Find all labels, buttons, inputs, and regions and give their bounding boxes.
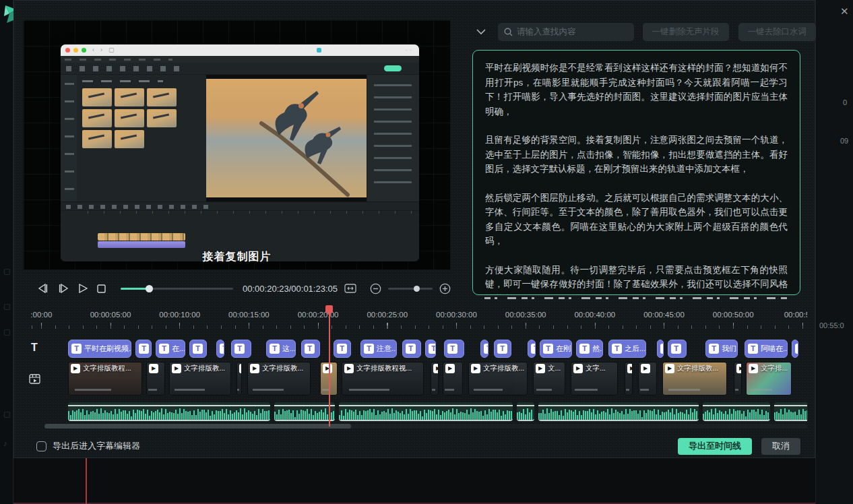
video-clip[interactable]: ▶ 文字排版教... bbox=[468, 362, 528, 396]
video-clip[interactable]: ▶ bbox=[236, 362, 242, 396]
volume-line[interactable] bbox=[774, 405, 807, 406]
audio-clip[interactable] bbox=[703, 402, 770, 421]
video-clip[interactable]: ▶ bbox=[443, 362, 463, 396]
video-clip[interactable]: ▶ bbox=[431, 362, 439, 396]
text-clip-label: 阿喵在... bbox=[761, 344, 788, 354]
play-button[interactable] bbox=[78, 284, 88, 293]
text-clip[interactable]: T 阿喵在... bbox=[745, 340, 788, 358]
audio-clip[interactable] bbox=[774, 402, 807, 421]
text-clip[interactable]: T bbox=[494, 340, 511, 358]
video-clip[interactable]: ▶ 文字排... bbox=[746, 362, 792, 396]
seek-handle[interactable] bbox=[146, 285, 153, 292]
text-clip[interactable]: T bbox=[425, 340, 436, 358]
video-clip[interactable]: ▶ 文字排版教程... bbox=[68, 362, 142, 396]
previous-frame-button[interactable] bbox=[38, 284, 49, 293]
inner-media-panel bbox=[77, 75, 206, 201]
text-clip[interactable]: T bbox=[301, 340, 320, 358]
remove-silence-button[interactable]: 一键删除无声片段 bbox=[643, 23, 729, 41]
inner-export-button bbox=[384, 65, 402, 71]
forward-icon: › bbox=[100, 47, 102, 53]
playhead[interactable] bbox=[325, 305, 333, 427]
video-clip[interactable]: ▶ bbox=[638, 362, 657, 396]
video-clip-label: 文字排版教... bbox=[483, 364, 524, 373]
play-badge-icon: ▶ bbox=[641, 364, 650, 373]
text-track-icon: T bbox=[31, 342, 38, 354]
export-to-timeline-button[interactable]: 导出至时间线 bbox=[678, 438, 752, 455]
text-clip[interactable]: T 在... bbox=[156, 340, 185, 358]
text-clip[interactable]: T bbox=[334, 340, 351, 358]
text-track: T 平时在刷视频... T T 在... T bbox=[44, 339, 807, 358]
text-clip[interactable]: T 这... bbox=[266, 340, 296, 358]
play-badge-icon: ▶ bbox=[71, 364, 80, 373]
text-clip[interactable]: T bbox=[528, 340, 536, 358]
stop-button[interactable] bbox=[97, 284, 106, 293]
timeline-zoom-handle[interactable] bbox=[414, 286, 420, 292]
text-clip[interactable]: T 在刚... bbox=[540, 340, 572, 358]
fit-to-window-icon[interactable] bbox=[344, 284, 356, 293]
play-badge-icon: ▶ bbox=[471, 364, 480, 373]
text-clip[interactable]: T bbox=[216, 340, 224, 358]
seek-slider[interactable] bbox=[121, 288, 233, 290]
remove-filler-words-button[interactable]: 一键去除口水词 bbox=[738, 23, 817, 41]
zoom-out-button[interactable] bbox=[370, 283, 381, 294]
video-clip[interactable]: ▶ 文字排版教... bbox=[247, 362, 311, 396]
text-clip[interactable]: T 然... bbox=[576, 340, 603, 358]
search-input[interactable] bbox=[517, 27, 634, 36]
text-clip[interactable]: T 注意... bbox=[360, 340, 397, 358]
volume-line[interactable] bbox=[339, 405, 513, 406]
zoom-in-button[interactable] bbox=[439, 283, 451, 294]
text-clip[interactable]: T bbox=[444, 340, 464, 358]
transcript-paragraph: 然后锁定两个图层防止移动。之后就可以根据自己的需求调整文本的大小、字体、行间距等… bbox=[485, 191, 788, 249]
play-badge-icon: ▶ bbox=[627, 364, 633, 373]
close-icon[interactable]: ✕ bbox=[840, 5, 849, 18]
text-clip[interactable]: T bbox=[231, 340, 251, 358]
video-clip[interactable]: ▶ bbox=[734, 362, 742, 396]
video-clip[interactable]: ▶ 文字排版教... bbox=[169, 362, 231, 396]
text-clip[interactable]: T bbox=[135, 340, 152, 358]
audio-clip[interactable] bbox=[517, 402, 534, 421]
video-clip[interactable]: ▶ bbox=[146, 362, 165, 396]
text-clip[interactable]: T 之后... bbox=[608, 340, 646, 358]
video-clip[interactable]: ▶ 文字排版教程视... bbox=[342, 362, 424, 396]
text-clip[interactable]: T bbox=[189, 340, 207, 358]
video-clip-label: 文字排版教... bbox=[262, 364, 303, 373]
background-effects-icon: ▢ bbox=[3, 410, 10, 418]
video-clip[interactable]: ▶ 文... bbox=[533, 362, 565, 396]
text-clip[interactable]: T 平时在刷视频... bbox=[68, 340, 131, 358]
text-clip[interactable]: T bbox=[480, 340, 488, 358]
text-clip[interactable]: T bbox=[792, 340, 798, 358]
volume-line[interactable] bbox=[68, 405, 270, 406]
volume-line[interactable] bbox=[538, 405, 699, 406]
horizontal-scrollbar[interactable] bbox=[44, 424, 351, 429]
text-clip[interactable]: T bbox=[657, 340, 664, 358]
chevron-down-icon[interactable] bbox=[476, 29, 486, 35]
text-clip-badge-icon: T bbox=[234, 344, 245, 354]
volume-line[interactable] bbox=[517, 405, 534, 406]
text-clip[interactable]: T 我们... bbox=[705, 340, 738, 358]
text-clip[interactable]: T bbox=[402, 340, 421, 358]
volume-line[interactable] bbox=[703, 405, 770, 406]
video-clip[interactable]: ▶ bbox=[625, 362, 633, 396]
cancel-button[interactable]: 取消 bbox=[761, 438, 800, 455]
text-clip[interactable]: T bbox=[668, 340, 687, 358]
play-badge-icon: ▶ bbox=[665, 364, 674, 373]
next-frame-button[interactable] bbox=[58, 284, 69, 293]
inner-menu-bar bbox=[61, 56, 419, 63]
transcript-textbox[interactable]: 平时在刷视频时你是不是经常看到这样这样还有这样的封面？想知道如何不用打开ps，在… bbox=[472, 50, 800, 295]
video-clip-label: 文字排版教... bbox=[677, 364, 718, 373]
search-icon bbox=[504, 28, 513, 36]
timeline-zoom-slider[interactable] bbox=[388, 288, 433, 290]
open-subtitle-editor-checkbox[interactable] bbox=[36, 441, 46, 451]
video-clip[interactable]: ▶ 文字排版教... bbox=[662, 362, 727, 396]
background-text-fragment: 0 bbox=[843, 98, 847, 106]
audio-clip[interactable] bbox=[68, 402, 270, 421]
video-clip[interactable]: ▶ 文字... bbox=[571, 362, 618, 396]
audio-clip[interactable] bbox=[339, 402, 513, 421]
audio-track bbox=[44, 402, 807, 421]
text-clip-badge-icon: T bbox=[305, 344, 315, 354]
inner-preview-pane bbox=[206, 75, 367, 201]
audio-clip[interactable] bbox=[538, 402, 699, 421]
search-box[interactable] bbox=[498, 23, 634, 41]
play-badge-icon: ▶ bbox=[433, 364, 439, 373]
video-clip-label: 文字排... bbox=[761, 364, 788, 373]
